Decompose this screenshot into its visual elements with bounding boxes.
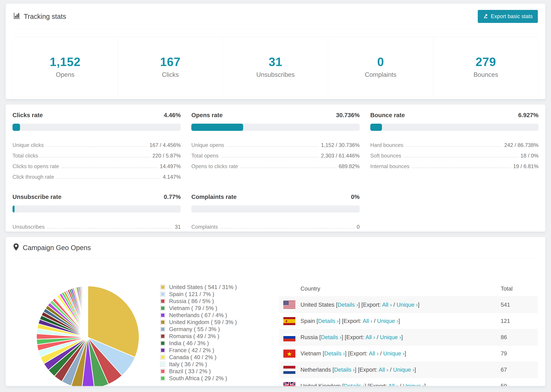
details-link-us[interactable]: Details › <box>338 301 358 308</box>
rate-value: 0% <box>351 193 360 200</box>
export-all-link-es[interactable]: All › <box>363 318 372 324</box>
legend-swatch <box>160 376 165 381</box>
summary-label: Unsubscribes <box>256 71 295 78</box>
legend-item[interactable]: United Kingdom ( 59 / 3% ) <box>160 319 237 326</box>
legend-swatch <box>160 292 165 297</box>
geo-pie-legend: United States ( 541 / 31% ) Spain ( 121 … <box>160 284 237 382</box>
export-all-link-gb[interactable]: All › <box>389 383 398 386</box>
legend-swatch <box>160 313 165 318</box>
legend-item[interactable]: Russia ( 86 / 5% ) <box>160 298 237 305</box>
details-link-nl[interactable]: Details › <box>334 366 355 373</box>
details-link-ru[interactable]: Details › <box>321 334 342 340</box>
dotted-leader <box>61 168 157 168</box>
stat-row: Unique opens 1,152 / 30.736% <box>191 138 360 148</box>
rate-progress-bar <box>370 124 538 131</box>
stat-row: Unique clicks 167 / 4.456% <box>13 138 181 148</box>
rates-grid: Clicks rate 4.46% Unique clicks 167 / 4.… <box>13 112 538 230</box>
rate-progress-bar <box>191 205 360 213</box>
stat-label: Opens to clicks rate <box>191 163 238 169</box>
dotted-leader <box>57 178 160 179</box>
rate-progress-bar <box>13 124 181 131</box>
geo-table-row: United Kingdom [Details ›] [Export: All … <box>279 378 538 386</box>
legend-swatch <box>160 341 165 346</box>
rate-title: Clicks rate <box>13 112 43 119</box>
rate-block: Opens rate 30.736% Unique opens 1,152 / … <box>191 112 360 180</box>
total-cell: 59 <box>501 383 538 386</box>
export-all-link-vn[interactable]: All › <box>369 350 379 357</box>
summary-label: Bounces <box>473 71 498 78</box>
legend-item[interactable]: France ( 42 / 2% ) <box>160 347 237 354</box>
export-icon <box>483 13 488 20</box>
pie-slice-other[interactable] <box>88 286 88 337</box>
legend-item[interactable]: Canada ( 40 / 2% ) <box>160 354 237 361</box>
rate-block: Complaints rate 0% Complaints 0 <box>191 193 360 230</box>
country-cell: United States [Details ›] [Export: All ›… <box>300 301 501 308</box>
stat-row: Internal bounces 19 / 6.81% <box>370 159 538 169</box>
export-all-link-ru[interactable]: All › <box>366 334 375 340</box>
country-flag-icon <box>283 333 295 341</box>
stat-value: 167 / 4.456% <box>149 142 181 148</box>
stat-row: Soft bounces 18 / 0% <box>370 148 538 159</box>
dotted-leader <box>46 147 147 147</box>
stat-row: Unsubscribes 31 <box>13 219 181 230</box>
country-cell: United Kingdom [Details ›] [Export: All … <box>300 383 501 386</box>
legend-swatch <box>160 369 165 374</box>
export-unique-link-nl[interactable]: Unique › <box>393 366 414 373</box>
legend-item[interactable]: United States ( 541 / 31% ) <box>160 284 237 291</box>
legend-label: Netherlands ( 67 / 4% ) <box>169 312 227 318</box>
legend-item[interactable]: Romania ( 49 / 3% ) <box>160 333 237 340</box>
geo-body: United States ( 541 / 31% ) Spain ( 121 … <box>6 259 545 386</box>
map-pin-icon <box>13 243 19 252</box>
legend-item[interactable]: Brazil ( 33 / 2% ) <box>160 368 237 375</box>
stat-value: 18 / 0% <box>521 153 538 159</box>
export-unique-link-ru[interactable]: Unique › <box>380 334 401 340</box>
export-basic-stats-button[interactable]: Export basic stats <box>478 10 538 23</box>
geo-table-row: United States [Details ›] [Export: All ›… <box>279 297 538 313</box>
legend-label: Spain ( 121 / 7% ) <box>169 291 214 297</box>
geo-pie-chart <box>33 283 142 386</box>
legend-item[interactable]: Germany ( 55 / 3% ) <box>160 326 237 333</box>
legend-item[interactable]: Spain ( 121 / 7% ) <box>160 291 237 298</box>
stat-row: Opens to clicks rate 689.82% <box>191 159 360 169</box>
rate-progress-fill <box>13 205 14 213</box>
export-unique-link-us[interactable]: Unique › <box>396 301 418 308</box>
total-cell: 67 <box>501 366 538 373</box>
geo-table-row: Netherlands [Details ›] [Export: All › /… <box>279 362 538 378</box>
rate-progress-fill <box>191 124 243 131</box>
stat-row: Total opens 2,303 / 61.446% <box>191 148 360 159</box>
summary-cell: 31 Unsubscribes <box>223 37 328 97</box>
rate-progress-fill <box>370 124 382 131</box>
rates-card: Clicks rate 4.46% Unique clicks 167 / 4.… <box>6 104 545 232</box>
export-unique-link-vn[interactable]: Unique › <box>383 350 405 357</box>
rate-progress-bar <box>191 124 360 131</box>
legend-label: South Africa ( 29 / 2% ) <box>169 375 227 382</box>
details-link-vn[interactable]: Details › <box>324 350 345 357</box>
bar-chart-icon <box>13 12 20 21</box>
dotted-leader <box>240 168 336 168</box>
legend-item[interactable]: India ( 46 / 3% ) <box>160 340 237 347</box>
rate-progress-bar <box>13 205 181 213</box>
legend-label: United Kingdom ( 59 / 3% ) <box>169 319 237 325</box>
legend-label: United States ( 541 / 31% ) <box>169 284 237 290</box>
stat-value: 2,303 / 61.446% <box>321 153 360 159</box>
export-unique-link-es[interactable]: Unique › <box>377 318 399 324</box>
stat-row: Total clicks 220 / 5.87% <box>13 148 181 159</box>
rate-title: Complaints rate <box>191 193 237 200</box>
country-cell: Netherlands [Details ›] [Export: All › /… <box>300 366 501 373</box>
stat-label: Unique clicks <box>13 142 44 148</box>
export-unique-link-gb[interactable]: Unique › <box>403 383 424 386</box>
stat-label: Hard bounces <box>370 142 403 148</box>
country-cell: Russia [Details ›] [Export: All › / Uniq… <box>300 334 501 341</box>
details-link-gb[interactable]: Details › <box>344 383 365 386</box>
legend-item[interactable]: Italy ( 36 / 2% ) <box>160 361 237 368</box>
legend-item[interactable]: Vietnam ( 79 / 5% ) <box>160 305 237 312</box>
stat-value: 19 / 6.81% <box>513 163 538 169</box>
summary-label: Opens <box>56 71 74 78</box>
export-all-link-nl[interactable]: All › <box>379 366 389 373</box>
legend-item[interactable]: Netherlands ( 67 / 4% ) <box>160 312 237 319</box>
export-all-link-us[interactable]: All › <box>382 301 392 308</box>
rate-block: Unsubscribe rate 0.77% Unsubscribes 31 <box>13 193 181 230</box>
geo-opens-card: Campaign Geo Opens United States ( 541 /… <box>6 237 545 386</box>
legend-item[interactable]: South Africa ( 29 / 2% ) <box>160 375 237 382</box>
details-link-es[interactable]: Details › <box>318 318 339 324</box>
